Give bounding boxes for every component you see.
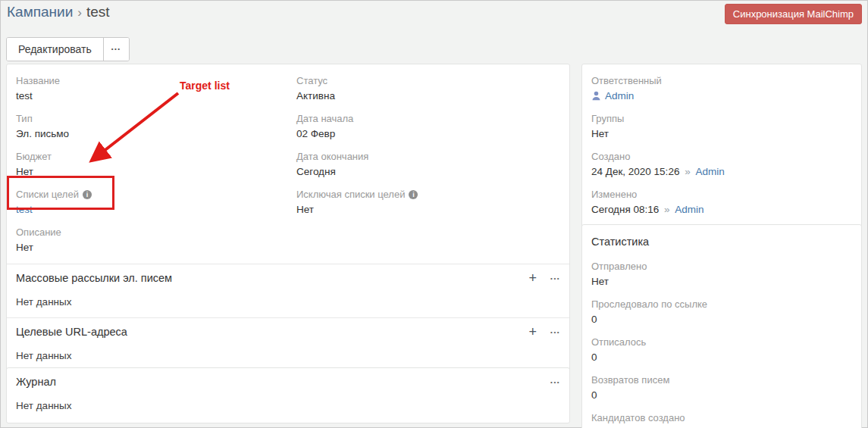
statistics-title: Статистика	[591, 234, 852, 249]
field-label: Кандидатов создано	[591, 411, 852, 424]
ellipsis-icon[interactable]: •••	[550, 275, 560, 282]
field-value: 02 Февр	[296, 127, 560, 141]
field-value: Активна	[296, 89, 560, 103]
field: Названиеtest	[16, 74, 296, 103]
field: ИзмененоСегодня 08:16 » Admin	[591, 188, 852, 217]
field: ТипЭл. письмо	[16, 112, 296, 141]
field-value: Admin	[591, 89, 852, 103]
field-label: Изменено	[591, 188, 852, 201]
statistics-fields: ОтправленоНетПроследовало по ссылке0Отпи…	[591, 260, 852, 428]
field-value: test	[16, 202, 296, 217]
field-label: Отписалось	[591, 336, 852, 348]
overview-column-2: СтатусАктивнаДата начала02 ФеврДата окон…	[296, 74, 560, 264]
field-label: Возвратов писем	[591, 373, 852, 386]
user-link[interactable]: Admin	[675, 204, 703, 215]
field-value: test	[16, 89, 296, 103]
field-label: Создано	[591, 150, 852, 163]
user-link[interactable]: Admin	[605, 90, 634, 102]
link-separator: »	[661, 204, 672, 215]
field-label: Ответственный	[591, 74, 852, 87]
overview-panel: НазваниеtestТипЭл. письмоБюджетНетСписки…	[6, 64, 570, 372]
mass-email-panel-title: Массовые рассылки эл. писем	[16, 270, 172, 286]
field-label: Списки целейi	[16, 188, 296, 201]
field-value: Эл. письмо	[16, 127, 296, 141]
field-value: Нет	[16, 164, 296, 179]
breadcrumb-separator: ›	[77, 5, 82, 20]
field-value: Нет	[16, 240, 296, 255]
field: ГруппыНет	[591, 112, 852, 141]
field: Дата окончанияСегодня	[296, 150, 560, 179]
field: Проследовало по ссылке0	[591, 298, 852, 326]
field: Создано24 Дек, 2020 15:26 » Admin	[591, 150, 852, 179]
field-label: Название	[16, 74, 296, 87]
field: Отписалось0	[591, 336, 852, 364]
field-label: Тип	[16, 112, 296, 125]
more-actions-button[interactable]: •••	[103, 38, 129, 61]
field: СтатусАктивна	[296, 74, 560, 103]
ellipsis-icon[interactable]: •••	[550, 379, 560, 386]
campaign-detail-page: { "header": { "breadcrumb": { "parent": …	[0, 0, 868, 428]
field-value: Нет	[591, 127, 852, 141]
tracking-urls-panel-title: Целевые URL-адреса	[16, 323, 127, 340]
empty-placeholder: Нет данных	[16, 296, 560, 308]
field-label: Отправлено	[591, 260, 852, 273]
field-value: Нет	[296, 202, 560, 217]
side-info-panel: ОтветственныйAdminГруппыНетСоздано24 Дек…	[581, 64, 862, 227]
edit-button[interactable]: Редактировать	[7, 38, 103, 61]
breadcrumb-current: test	[86, 4, 110, 20]
empty-placeholder: Нет данных	[16, 350, 560, 361]
field-value: Сегодня 08:16 » Admin	[591, 202, 852, 217]
ellipsis-icon[interactable]: •••	[550, 329, 560, 336]
user-icon	[591, 91, 601, 101]
field-label: Проследовало по ссылке	[591, 298, 852, 311]
field-label: Описание	[16, 226, 296, 239]
mailchimp-sync-button[interactable]: Синхронизация MailChimp	[725, 4, 862, 24]
stream-panel: Журнал ••• Нет данных	[6, 367, 570, 423]
field-label: Бюджет	[16, 150, 296, 163]
field-label: Дата начала	[296, 112, 560, 125]
overview-column-1: НазваниеtestТипЭл. письмоБюджетНетСписки…	[16, 74, 296, 264]
add-icon[interactable]: +	[529, 326, 537, 337]
field: Дата начала02 Февр	[296, 112, 560, 141]
ellipsis-icon: •••	[111, 46, 121, 52]
empty-placeholder: Нет данных	[16, 400, 560, 411]
info-icon[interactable]: i	[83, 190, 92, 199]
field-value: 0	[591, 350, 852, 364]
mass-email-panel: Массовые рассылки эл. писем + ••• Нет да…	[7, 264, 569, 317]
record-link[interactable]: test	[16, 204, 33, 215]
field: ОписаниеНет	[16, 226, 296, 255]
info-icon[interactable]: i	[409, 190, 418, 199]
tracking-urls-panel: Целевые URL-адреса + ••• Нет данных	[7, 317, 569, 371]
edit-split-button: Редактировать •••	[6, 37, 130, 61]
add-icon[interactable]: +	[529, 273, 537, 283]
field: Исключая списки целейiНет	[296, 188, 560, 217]
field: БюджетНет	[16, 150, 296, 179]
breadcrumb: Кампании›test	[7, 4, 110, 20]
field: ОтправленоНет	[591, 260, 852, 289]
field-value: Сегодня	[296, 164, 560, 179]
statistics-panel: Статистика ОтправленоНетПроследовало по …	[581, 224, 862, 428]
field: Возвратов писем0	[591, 373, 852, 402]
field-value: 0	[591, 388, 852, 402]
field-label: Исключая списки целейi	[296, 188, 560, 201]
link-separator: »	[682, 166, 693, 177]
field-label: Группы	[591, 112, 852, 125]
field-value: 0	[591, 312, 852, 326]
field-label: Дата окончания	[296, 150, 560, 163]
field: ОтветственныйAdmin	[591, 74, 852, 103]
field: Списки целейitest	[16, 188, 296, 217]
field: Кандидатов созданоНет	[591, 411, 852, 428]
field-value: Нет	[591, 274, 852, 289]
field-label: Статус	[296, 74, 560, 87]
stream-panel-title: Журнал	[16, 373, 56, 390]
field-value: 24 Дек, 2020 15:26 » Admin	[591, 164, 852, 179]
breadcrumb-campaigns-link[interactable]: Кампании	[7, 4, 73, 20]
user-link[interactable]: Admin	[695, 166, 724, 177]
